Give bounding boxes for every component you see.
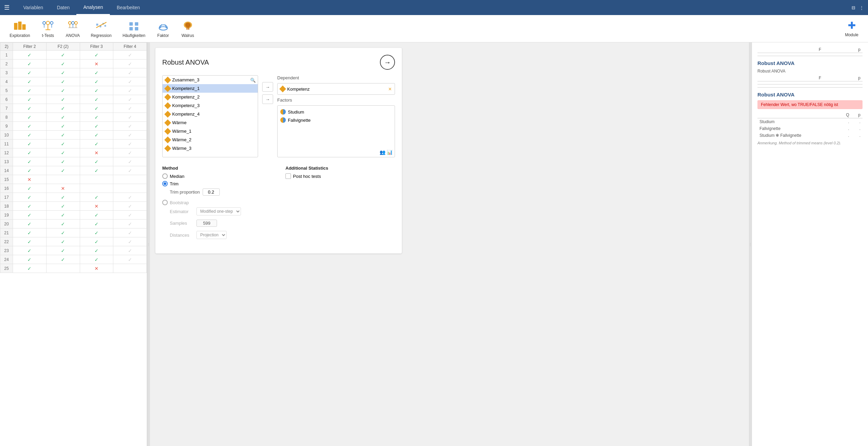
table-row: ✓ (46, 104, 80, 113)
table-row: ✓ (46, 68, 80, 77)
table-row: ✓ (46, 77, 80, 86)
toolbar: Exploration t-Tests (0, 15, 868, 42)
table-row: ✓ (80, 166, 113, 175)
dialog-run-button[interactable]: → (380, 55, 395, 70)
regression-icon (94, 19, 108, 32)
variable-list[interactable]: 🔍 Zusammen_3Kompetenz_1Kompetenz_2Kompet… (162, 75, 258, 157)
variable-list-item[interactable]: Wärme_1 (163, 127, 258, 135)
svg-rect-23 (135, 22, 138, 26)
table-row: ✓ (113, 140, 147, 148)
toolbar-haufigkeiten[interactable]: Häufigkeiten (118, 17, 150, 40)
nav-tab-analysen[interactable]: Analysen (76, 0, 110, 15)
nav-tab-daten[interactable]: Daten (50, 0, 76, 15)
table-row: ✓ (46, 211, 80, 220)
table-row: ✓ (113, 228, 147, 237)
toolbar-walrus[interactable]: Walrus (177, 17, 199, 40)
variable-list-item[interactable]: Kompetenz_2 (163, 93, 258, 101)
splitter-vertical-left[interactable] (147, 42, 150, 446)
window-icon[interactable]: ⊟ (852, 5, 855, 10)
robust-anova-table: Q p Studium..Fallvignette..Studium ✻ Fal… (757, 112, 863, 139)
robust-anova-row: Studium.. (757, 118, 863, 126)
dependent-value: Kompetenz (287, 87, 310, 92)
table-row: ✓ (13, 77, 47, 86)
method-median[interactable]: Median (162, 173, 272, 179)
post-hoc-checkbox[interactable]: Post hoc tests (285, 173, 395, 179)
variable-list-item[interactable]: Zusammen_3 (163, 76, 258, 84)
table-row: ✓ (80, 113, 113, 122)
toolbar-ttests[interactable]: t-Tests (37, 17, 59, 40)
svg-line-27 (160, 24, 162, 28)
table-row: ✓ (113, 157, 147, 166)
distances-select[interactable]: Projection (196, 231, 227, 239)
table-row: ✓ (46, 95, 80, 104)
more-icon[interactable]: ⋮ (859, 5, 864, 10)
variable-list-item[interactable]: Wärme (163, 118, 258, 127)
toolbar-anova[interactable]: ANOVA (62, 17, 84, 40)
table-row (46, 264, 80, 273)
variable-list-item[interactable]: Wärme_3 (163, 144, 258, 153)
dialog-title: Robust ANOVA (162, 58, 209, 66)
trim-label: Trim (170, 181, 179, 186)
svg-point-10 (68, 22, 71, 24)
samples-row: Samples (170, 220, 272, 227)
table-row: ✕ (80, 264, 113, 273)
nav-tab-bearbeiten[interactable]: Bearbeiten (110, 0, 147, 15)
nav-tab-variablen[interactable]: Variablen (16, 0, 50, 15)
table-row: ✓ (13, 255, 47, 264)
table-row: ✓ (80, 157, 113, 166)
svg-point-14 (75, 22, 77, 24)
variable-list-item[interactable]: Kompetenz_3 (163, 101, 258, 110)
table-row: ✓ (80, 228, 113, 237)
method-trim[interactable]: Trim (162, 181, 272, 186)
svg-point-3 (46, 21, 50, 25)
table-row: ✓ (80, 86, 113, 95)
clear-dependent-icon[interactable]: ✕ (388, 87, 392, 92)
table-row: ✓ (113, 220, 147, 228)
table-row: ✓ (13, 246, 47, 255)
table-row: ✓ (113, 246, 147, 255)
toolbar-exploration[interactable]: Exploration (5, 17, 34, 40)
radio-trim (162, 181, 168, 186)
toolbar-faktor[interactable]: Faktor (152, 17, 174, 40)
variable-list-item[interactable]: Wärme_2 (163, 135, 258, 144)
splitter-vertical-right[interactable] (749, 42, 752, 446)
results-section1-subtitle: Robust ANOVA (757, 69, 863, 74)
estimator-select[interactable]: Modified one-step (196, 207, 241, 215)
dialog-box: Robust ANOVA → 🔍 Zusammen_3Kompetenz_1Ko… (155, 48, 402, 253)
method-bootstrap[interactable]: Bootstrap (162, 200, 272, 205)
module-button[interactable]: ✚ Module (841, 18, 863, 39)
table-row: ✓ (46, 237, 80, 246)
table-row: ✓ (80, 77, 113, 86)
svg-rect-1 (18, 22, 22, 30)
table-row: ✓ (80, 131, 113, 140)
table-row: ✓ (113, 68, 147, 77)
svg-point-12 (72, 22, 74, 24)
table-row: ✓ (46, 166, 80, 175)
toolbar-regression[interactable]: Regression (87, 17, 116, 40)
table-row: ✓ (80, 95, 113, 104)
variable-list-item[interactable]: Kompetenz_1 (163, 84, 258, 93)
arrow-dependent-button[interactable]: → (262, 82, 273, 92)
col-header-f2: F2 (2) (46, 43, 80, 51)
data-grid[interactable]: 2) Filter 2 F2 (2) Filter 3 Filter 4 1✓✓… (0, 42, 147, 446)
variable-section: 🔍 Zusammen_3Kompetenz_1Kompetenz_2Kompet… (162, 75, 395, 157)
table-row: ✓ (113, 237, 147, 246)
hamburger-menu[interactable]: ☰ (4, 4, 10, 11)
arrow-factors-button[interactable]: → (262, 94, 273, 104)
walrus-label: Walrus (181, 33, 194, 38)
col-header-num: 2) (0, 43, 13, 51)
distances-label: Distances (170, 233, 194, 238)
samples-input[interactable] (196, 220, 217, 227)
anova-icon (66, 19, 80, 32)
factor-icon-fallvignette (280, 117, 286, 123)
table-row: ✓ (113, 51, 147, 60)
search-icon[interactable]: 🔍 (250, 78, 256, 83)
variable-list-item[interactable]: Kompetenz_4 (163, 110, 258, 118)
table-row: ✓ (46, 246, 80, 255)
factor-studium: Studium (280, 108, 392, 116)
regression-label: Regression (91, 33, 112, 38)
trim-proportion-input[interactable] (203, 188, 220, 196)
table-row: ✓ (13, 148, 47, 157)
table-row: ✓ (80, 104, 113, 113)
walrus-icon (181, 19, 195, 32)
